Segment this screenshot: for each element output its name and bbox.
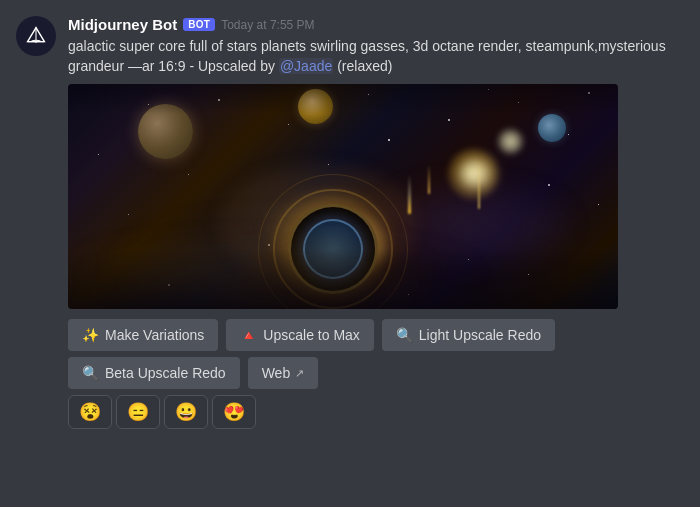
bot-badge: BOT: [183, 18, 215, 31]
buttons-row-2: 🔍 Beta Upscale Redo Web ↗: [68, 357, 684, 389]
timestamp: Today at 7:55 PM: [221, 18, 314, 32]
grin-emoji: 😀: [175, 401, 197, 423]
message-body: Midjourney Bot BOT Today at 7:55 PM gala…: [68, 16, 684, 429]
web-label: Web: [262, 365, 291, 381]
magnify2-icon: 🔍: [82, 365, 99, 381]
neutral-emoji-button[interactable]: 😑: [116, 395, 160, 429]
light-upscale-redo-button[interactable]: 🔍 Light Upscale Redo: [382, 319, 555, 351]
relaxed-label: (relaxed): [333, 58, 392, 74]
external-link-icon: ↗: [295, 367, 304, 380]
bot-name: Midjourney Bot: [68, 16, 177, 33]
wand-icon: ✨: [82, 327, 99, 343]
light-upscale-redo-label: Light Upscale Redo: [419, 327, 541, 343]
upscale-to-max-button[interactable]: 🔺 Upscale to Max: [226, 319, 373, 351]
emoji-reaction-row: 😵 😑 😀 😍: [68, 395, 684, 429]
mention: @Jaade: [279, 58, 333, 74]
message-header: Midjourney Bot BOT Today at 7:55 PM: [68, 16, 684, 33]
upscale-to-max-label: Upscale to Max: [263, 327, 359, 343]
magnify-icon: 🔍: [396, 327, 413, 343]
neutral-emoji: 😑: [127, 401, 149, 423]
make-variations-button[interactable]: ✨ Make Variations: [68, 319, 218, 351]
beta-upscale-redo-button[interactable]: 🔍 Beta Upscale Redo: [68, 357, 240, 389]
upscale-icon: 🔺: [240, 327, 257, 343]
dizzy-emoji-button[interactable]: 😵: [68, 395, 112, 429]
beta-upscale-redo-label: Beta Upscale Redo: [105, 365, 226, 381]
generated-image: [68, 84, 618, 309]
heart-eyes-emoji-button[interactable]: 😍: [212, 395, 256, 429]
buttons-row-1: ✨ Make Variations 🔺 Upscale to Max 🔍 Lig…: [68, 319, 684, 351]
web-button[interactable]: Web ↗: [248, 357, 319, 389]
dizzy-emoji: 😵: [79, 401, 101, 423]
message-text: galactic super core full of stars planet…: [68, 37, 684, 76]
heart-eyes-emoji: 😍: [223, 401, 245, 423]
upscale-label: - Upscaled by: [186, 58, 279, 74]
message-container: Midjourney Bot BOT Today at 7:55 PM gala…: [0, 0, 700, 441]
grin-emoji-button[interactable]: 😀: [164, 395, 208, 429]
make-variations-label: Make Variations: [105, 327, 204, 343]
avatar: [16, 16, 56, 56]
image-placeholder: [68, 84, 618, 309]
